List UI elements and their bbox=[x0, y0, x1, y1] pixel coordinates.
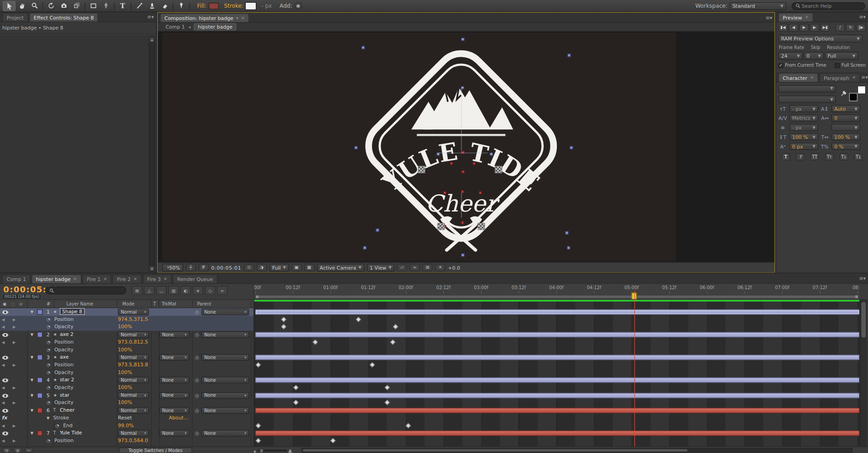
layer-handle[interactable] bbox=[376, 228, 379, 231]
all-caps-button[interactable]: TT bbox=[811, 153, 819, 161]
mask-tool-icon[interactable] bbox=[87, 1, 99, 11]
layer-row-axe[interactable]: ▼3★axeNormal▾None▾◎None▾ bbox=[0, 354, 253, 361]
twirl-icon[interactable]: ▼ bbox=[30, 431, 34, 436]
star-shape-handle[interactable] bbox=[437, 223, 445, 230]
visibility-eye-icon[interactable] bbox=[2, 356, 8, 360]
property-name[interactable]: Position bbox=[54, 339, 74, 345]
parent-pickwhip-icon[interactable]: ◎ bbox=[195, 309, 199, 315]
next-keyframe-icon[interactable]: ▶ bbox=[13, 363, 16, 367]
parent-dropdown[interactable]: None▾ bbox=[202, 309, 249, 315]
font-style-dropdown[interactable]: ▼ bbox=[779, 96, 836, 103]
property-keyframe-row[interactable] bbox=[254, 399, 859, 407]
parent-dropdown[interactable]: None▾ bbox=[202, 392, 249, 399]
camera-dropdown[interactable]: Active Camera▼ bbox=[317, 264, 364, 271]
twirl-icon[interactable]: ▼ bbox=[30, 409, 34, 413]
property-keyframe-row[interactable] bbox=[254, 361, 859, 369]
anchor-handle[interactable] bbox=[461, 222, 464, 224]
eraser-tool-icon[interactable] bbox=[159, 1, 171, 11]
property-keyframe-row[interactable] bbox=[254, 437, 859, 445]
play-button[interactable]: ▶ bbox=[799, 24, 809, 31]
parent-pickwhip-icon[interactable]: ◎ bbox=[195, 332, 199, 337]
faux-italic-button[interactable]: T bbox=[796, 153, 804, 161]
tab-close-icon[interactable]: ✕ bbox=[164, 276, 167, 281]
leading-dropdown[interactable]: Auto▼ bbox=[832, 105, 860, 113]
zoom-in-icon[interactable]: ▲ bbox=[288, 448, 292, 453]
effect-reset-link[interactable]: Reset bbox=[118, 415, 132, 420]
parent-dropdown[interactable]: None▾ bbox=[202, 377, 249, 384]
next-keyframe-icon[interactable]: ▶ bbox=[13, 423, 16, 428]
trkmat-dropdown[interactable]: None▾ bbox=[159, 407, 189, 414]
star-shape-handle[interactable] bbox=[418, 166, 425, 173]
parent-pickwhip-icon[interactable]: ◎ bbox=[195, 355, 199, 360]
property-row[interactable]: ◔Opacity100% bbox=[0, 346, 253, 354]
star-shape-handle[interactable] bbox=[478, 223, 485, 230]
layer-duration-bar[interactable] bbox=[255, 430, 860, 436]
last-frame-button[interactable]: ▶▮ bbox=[820, 24, 830, 31]
property-row[interactable]: ◀▶◔Position974.5,371.5 bbox=[0, 316, 253, 324]
property-keyframe-row[interactable] bbox=[254, 422, 859, 429]
stopwatch-icon[interactable]: ◔ bbox=[46, 347, 50, 352]
tab-dropdown-icon[interactable]: ▾ bbox=[236, 15, 238, 20]
stopwatch-icon[interactable]: ◔ bbox=[55, 423, 60, 428]
visibility-eye-icon[interactable] bbox=[2, 394, 8, 398]
property-value[interactable]: 973.0,812.5 bbox=[118, 339, 148, 345]
rotate-tool-icon[interactable] bbox=[45, 1, 58, 11]
ram-preview-options-dropdown[interactable]: RAM Preview Options▼ bbox=[779, 35, 863, 43]
keyframe-icon[interactable] bbox=[281, 316, 287, 322]
layer-handle[interactable] bbox=[567, 246, 570, 249]
timeline-tab-fire-3[interactable]: Fire 3✕ bbox=[143, 275, 172, 284]
parent-pickwhip-icon[interactable]: ◎ bbox=[195, 408, 199, 413]
tracking-dropdown[interactable]: 0▼ bbox=[832, 114, 860, 122]
layer-duration-row[interactable] bbox=[254, 407, 859, 414]
stroke-swatch[interactable] bbox=[246, 2, 256, 9]
type-tool-icon[interactable]: T bbox=[116, 1, 129, 11]
hide-shy-icon[interactable]: ◡ bbox=[156, 286, 167, 295]
tab-close-icon[interactable]: ✕ bbox=[852, 75, 856, 80]
blend-mode-dropdown[interactable]: Normal▾ bbox=[118, 377, 149, 384]
tab-character[interactable]: Character✕ bbox=[779, 73, 818, 82]
magnification-dropdown[interactable]: ▾50% bbox=[162, 264, 183, 271]
layer-duration-row[interactable] bbox=[254, 376, 859, 384]
parent-pickwhip-icon[interactable]: ◎ bbox=[195, 393, 199, 398]
property-name[interactable]: Opacity bbox=[54, 324, 73, 329]
tab-effect-controls[interactable]: Effect Controls: Shape 8 bbox=[29, 13, 98, 22]
trkmat-dropdown[interactable]: None▾ bbox=[159, 430, 189, 437]
vertical-scale-dropdown[interactable]: 100 %▼ bbox=[789, 133, 818, 141]
previous-keyframe-icon[interactable]: ◀ bbox=[2, 317, 5, 322]
layer-duration-row[interactable] bbox=[254, 308, 859, 316]
property-keyframe-row[interactable] bbox=[254, 384, 859, 392]
property-value[interactable]: 100% bbox=[118, 384, 132, 390]
fill-swatch[interactable] bbox=[208, 2, 218, 9]
timeline-tab-comp-1[interactable]: Comp 1 bbox=[2, 275, 30, 284]
property-row[interactable]: ◀▶◔Position973.0,812.5 bbox=[0, 339, 253, 346]
brainstorm-icon[interactable]: ∗ bbox=[193, 286, 203, 295]
kerning-dropdown[interactable]: Metrics▼ bbox=[789, 114, 818, 122]
horizontal-scale-dropdown[interactable]: 100 %▼ bbox=[832, 133, 860, 141]
timeline-tab-render-queue[interactable]: Render Queue bbox=[173, 275, 217, 284]
layer-row-cheer[interactable]: ▼6TCheerNormal▾None▾◎None▾ bbox=[0, 407, 253, 414]
zoom-slider-thumb[interactable] bbox=[259, 448, 263, 453]
parent-dropdown[interactable]: None▾ bbox=[202, 430, 249, 437]
keyframe-icon[interactable] bbox=[293, 385, 298, 390]
twirl-icon[interactable]: ▼ bbox=[30, 355, 34, 360]
blend-mode-dropdown[interactable]: Normal▾ bbox=[118, 331, 149, 338]
left-panel-scrollbar[interactable]: ▲ ▼ bbox=[149, 36, 155, 271]
next-keyframe-icon[interactable]: ▶ bbox=[13, 401, 16, 405]
twirl-icon[interactable]: ▼ bbox=[30, 378, 34, 383]
layer-row-star[interactable]: ▼5★starNormal▾None▾◎None▾ bbox=[0, 391, 253, 399]
property-value[interactable]: 99.0% bbox=[118, 423, 134, 428]
preview-resolution-dropdown[interactable]: Full▼ bbox=[825, 52, 858, 60]
stopwatch-icon[interactable]: ◔ bbox=[46, 362, 50, 367]
pixel-aspect-icon[interactable]: ▱ bbox=[397, 264, 407, 271]
audio-button[interactable]: ♪ bbox=[835, 24, 845, 31]
expand-transfer-controls-icon[interactable]: ▥ bbox=[13, 448, 22, 453]
tab-preview[interactable]: Preview✕ bbox=[779, 13, 813, 22]
timeline-tab-hipster-badge[interactable]: hipster badge✕ bbox=[31, 275, 81, 284]
previous-keyframe-icon[interactable]: ◀ bbox=[2, 340, 5, 345]
next-frame-button[interactable]: ▶ bbox=[810, 24, 819, 31]
layer-name[interactable]: Yule Tide bbox=[60, 430, 82, 435]
property-value[interactable]: 973.0,564.0 bbox=[118, 438, 148, 443]
comp-mini-flowchart-icon[interactable]: ⊞ bbox=[132, 286, 142, 295]
previous-keyframe-icon[interactable]: ◀ bbox=[2, 363, 5, 367]
scrollbar-thumb[interactable] bbox=[861, 302, 866, 337]
